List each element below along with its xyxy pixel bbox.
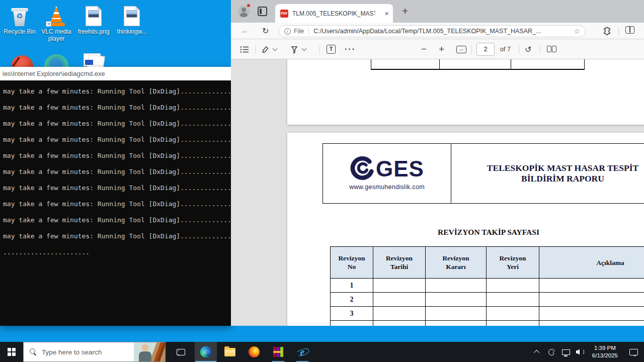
revision-table-header: Revizyon NoRevizyon TarihiRevizyon Karar… [331, 247, 644, 279]
hidden-icons-chevron[interactable] [530, 342, 545, 362]
favorites-star-icon[interactable]: ☆ [574, 27, 580, 35]
pen-icon[interactable] [290, 39, 298, 59]
pdf-toolbar: T ··· − + ↔ 2 of 7 ↺ [231, 39, 644, 59]
taskbar-winrar-button[interactable] [267, 342, 289, 362]
rotate-icon[interactable]: ↺ [525, 39, 531, 59]
clock-date: 6/13/2025 [592, 352, 618, 359]
console-line: may take a few minutes: Running Tool [Dx… [3, 184, 231, 200]
address-url: C:/Users/admin/AppData/Local/Temp/TLM.00… [313, 28, 570, 35]
desktop-icon-recycle-bin[interactable]: ♻ Recycle Bin [1, 4, 38, 35]
pdfbar-divider [319, 45, 320, 54]
fit-to-width-icon[interactable]: ↔ [456, 39, 466, 59]
refresh-button[interactable]: ↻ [262, 26, 269, 36]
taskbar-search[interactable]: Type here to search [23, 342, 166, 362]
page-info-icon[interactable]: i [284, 28, 291, 35]
edge-icon [200, 346, 211, 357]
toolbar-divider [618, 27, 619, 35]
toc-icon[interactable] [240, 39, 249, 59]
revision-section-title: REVİZYON TAKİP SAYFASI [330, 228, 644, 237]
taskbar-firefox-button[interactable] [243, 342, 265, 362]
console-line: may take a few minutes: Running Tool [Dx… [3, 87, 231, 104]
start-button[interactable] [0, 342, 23, 362]
revision-table-body: 1 2 3 [331, 279, 644, 321]
desktop-icon-label: thinkingw... [113, 28, 150, 35]
console-window: les\Internet Explorer\iediagcmd.exe may … [0, 67, 231, 326]
highlighter-icon[interactable] [261, 39, 270, 59]
console-line: may take a few minutes: Running Tool [Dx… [3, 232, 231, 248]
taskbar-edge-button[interactable] [195, 342, 217, 362]
taskbar-ie-button[interactable]: e [291, 342, 313, 362]
clock-time: 1:39 PM [592, 344, 618, 352]
desktop: { "desktop": { "icons": [ { "label": "Re… [0, 0, 644, 362]
speaker-icon [576, 348, 584, 355]
navigation-toolbar: ← ↻ i File C:/Users/admin/AppData/Local/… [231, 23, 644, 39]
extensions-puzzle-icon[interactable] [602, 26, 612, 37]
action-center-icon [629, 349, 638, 355]
pen-dropdown-icon[interactable] [302, 39, 306, 59]
tray-app-icon [548, 349, 555, 355]
desktop-icon-thinkingw[interactable]: thinkingw... [113, 4, 150, 35]
pdfbar-divider [255, 45, 256, 54]
address-divider [308, 28, 309, 35]
revision-table: Revizyon NoRevizyon TarihiRevizyon Karar… [330, 246, 644, 326]
volume-button[interactable] [573, 342, 587, 362]
taskbar-explorer-button[interactable] [219, 342, 241, 362]
revision-column-header: Açıklama [539, 247, 644, 278]
action-center-button[interactable] [623, 342, 644, 362]
page-view-icon[interactable] [547, 39, 557, 59]
pdf-page-2: GES www.gesmuhendislik.com TELESKOPİK MA… [287, 133, 644, 326]
revision-column-header: Revizyon Kararı [426, 247, 487, 278]
page-count-label: of 7 [500, 39, 511, 59]
image-file-icon [75, 4, 112, 26]
pdf-viewer: GES www.gesmuhendislik.com TELESKOPİK MA… [231, 59, 644, 326]
ges-swirl-icon [350, 156, 375, 182]
page-number-input[interactable]: 2 [476, 39, 495, 59]
recycle-bin-icon: ♻ [1, 4, 38, 26]
task-view-icon [177, 349, 185, 355]
zoom-out-icon[interactable]: − [421, 39, 427, 59]
report-title-line2: BİLDİRİM RAPORU [521, 173, 604, 185]
firefox-icon [249, 346, 260, 357]
desktop-icon-vlc[interactable]: ➜ VLC media player [38, 4, 75, 42]
tab-close-icon[interactable]: × [384, 10, 389, 17]
file-scheme-label: File [294, 28, 304, 35]
task-view-button[interactable] [170, 342, 192, 362]
page1-partial-table [371, 59, 585, 70]
search-icon [30, 348, 37, 355]
pdf-page-1 [287, 59, 644, 125]
pdfbar-divider [540, 45, 540, 54]
desktop-icon-label: freehits.png [75, 28, 112, 35]
console-line: may take a few minutes: Running Tool [Dx… [3, 168, 231, 184]
add-text-icon[interactable]: T [327, 39, 336, 59]
zoom-in-icon[interactable]: + [439, 39, 444, 59]
chevron-up-icon [534, 350, 539, 355]
console-title-bar[interactable]: les\Internet Explorer\iediagcmd.exe [0, 67, 231, 80]
report-header-table: GES www.gesmuhendislik.com TELESKOPİK MA… [323, 143, 644, 204]
taskbar: Type here to search e 1:39 PM 6/13/202 [0, 342, 644, 362]
network-button[interactable] [559, 342, 573, 362]
winrar-icon [273, 347, 283, 357]
desktop-icon-freehits[interactable]: freehits.png [75, 4, 112, 35]
split-screen-icon[interactable] [625, 26, 634, 34]
partial-document-icon[interactable] [84, 53, 101, 66]
revision-table-row: 3 [331, 307, 644, 321]
vlc-cone-icon: ➜ [38, 4, 75, 26]
address-bar[interactable]: i File C:/Users/admin/AppData/Local/Temp… [279, 25, 586, 37]
report-title-cell: TELESKOPİK MAST HASAR TESPİT BİLDİRİM RA… [451, 144, 644, 203]
tab-actions-icon[interactable] [258, 7, 267, 16]
more-tools-icon[interactable]: ··· [345, 39, 356, 59]
back-button[interactable]: ← [241, 26, 249, 35]
console-title: les\Internet Explorer\iediagcmd.exe [3, 70, 105, 77]
console-line: may take a few minutes: Running Tool [Dx… [3, 104, 231, 120]
taskbar-clock[interactable]: 1:39 PM 6/13/2025 [587, 344, 623, 359]
tray-app-button[interactable] [545, 342, 559, 362]
active-tab[interactable]: PDF TLM.005_TELESKOPIK_MAST_HAS × [275, 4, 393, 23]
revision-table-row: 2 [331, 293, 644, 307]
search-daily-image[interactable] [134, 342, 165, 361]
highlighter-dropdown-icon[interactable] [273, 39, 277, 59]
ges-website: www.gesmuhendislik.com [349, 184, 425, 191]
console-line: may take a few minutes: Running Tool [Dx… [3, 216, 231, 232]
new-tab-button[interactable]: + [402, 5, 408, 17]
revision-table-row: 1 [331, 279, 644, 293]
internet-explorer-icon: e [297, 346, 308, 357]
